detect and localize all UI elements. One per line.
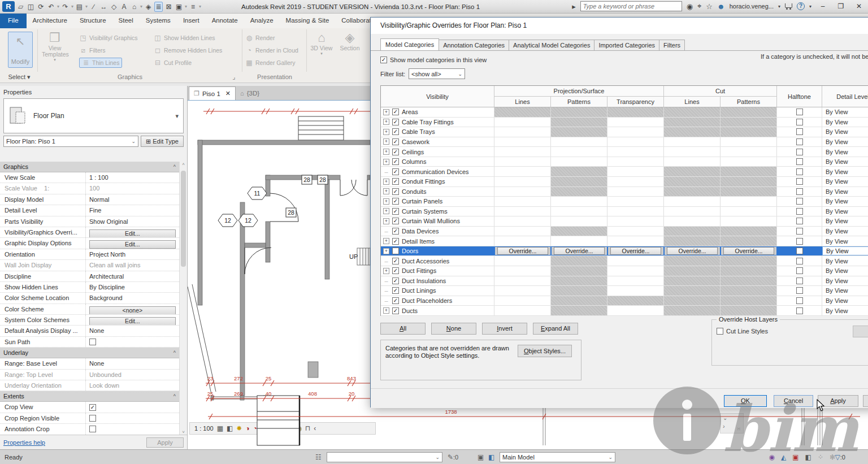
property-checkbox[interactable] bbox=[89, 426, 96, 432]
override-cell[interactable] bbox=[607, 197, 664, 206]
override-cell[interactable] bbox=[494, 147, 551, 157]
override-cell[interactable] bbox=[494, 197, 551, 206]
window-tag[interactable]: 11 bbox=[254, 190, 261, 197]
override-cell[interactable] bbox=[551, 187, 607, 197]
instance-selector[interactable]: Floor Plan: Piso 1 ⌄ bbox=[3, 136, 138, 147]
override-cell[interactable] bbox=[494, 157, 551, 167]
visibility-cell[interactable]: +✓Cable Trays bbox=[381, 127, 494, 137]
halftone-cell[interactable] bbox=[777, 177, 822, 187]
filter-list-dropdown[interactable]: <show all> ⌄ bbox=[409, 68, 465, 79]
override-cell[interactable]: Override... bbox=[551, 246, 607, 256]
override-cell[interactable] bbox=[607, 147, 664, 157]
undo-dropdown-icon[interactable]: ▾ bbox=[57, 4, 59, 9]
visibility-cell[interactable]: +✓Curtain Wall Mullions bbox=[381, 216, 494, 226]
dialog-tab-imported-categories[interactable]: Imported Categories bbox=[594, 40, 659, 50]
type-selector-arrow-icon[interactable]: ▾ bbox=[175, 112, 179, 120]
override-cell[interactable] bbox=[551, 296, 607, 306]
override-cell[interactable] bbox=[721, 286, 777, 296]
select-underlay-icon[interactable]: ◭ bbox=[781, 453, 786, 461]
ribbon-tab-annotate[interactable]: Annotate bbox=[206, 14, 244, 28]
properties-scrollbar[interactable]: ˄˅ bbox=[179, 162, 187, 435]
save-icon[interactable]: ◫ bbox=[27, 2, 35, 12]
ribbon-button-remove-hidden-lines[interactable]: ◻Remove Hidden Lines bbox=[154, 45, 222, 55]
edit-type-button[interactable]: ⊞ Edit Type bbox=[141, 136, 184, 147]
visibility-cell[interactable]: –✓Duct Insulations bbox=[381, 276, 494, 286]
override-cell[interactable] bbox=[494, 227, 551, 236]
override-cell[interactable] bbox=[607, 167, 664, 176]
cut-line-styles-checkbox[interactable] bbox=[717, 328, 723, 335]
override-cell[interactable] bbox=[494, 266, 551, 276]
halftone-cell[interactable] bbox=[777, 107, 822, 117]
detail-level-cell[interactable]: By View bbox=[822, 296, 868, 306]
door-tag[interactable]: 28 bbox=[288, 209, 294, 216]
restore-button[interactable]: ❐ bbox=[834, 2, 848, 10]
override-cell[interactable] bbox=[664, 276, 721, 286]
category-row-curtain-panels[interactable]: +✓Curtain PanelsBy View bbox=[381, 197, 868, 207]
override-cell[interactable] bbox=[721, 296, 777, 306]
category-checkbox[interactable]: ✓ bbox=[392, 138, 399, 145]
category-row-areas[interactable]: +✓AreasBy View bbox=[381, 107, 868, 118]
override-cell[interactable] bbox=[721, 227, 777, 236]
halftone-cell[interactable] bbox=[777, 276, 822, 286]
detail-level-cell[interactable]: By View bbox=[822, 167, 868, 176]
undo-icon[interactable]: ↶ bbox=[47, 2, 55, 12]
override-cell[interactable] bbox=[494, 127, 551, 137]
favorites-star-icon[interactable]: ☆ bbox=[706, 2, 713, 11]
halftone-checkbox[interactable] bbox=[796, 198, 803, 205]
visibility-cell[interactable]: +✓Curtain Panels bbox=[381, 197, 494, 206]
category-checkbox[interactable]: ✓ bbox=[392, 109, 399, 115]
minimize-button[interactable]: – bbox=[816, 2, 830, 10]
detail-level-cell[interactable]: By View bbox=[822, 286, 868, 296]
category-row-casework[interactable]: +✓CaseworkBy View bbox=[381, 137, 868, 148]
override-cell[interactable] bbox=[664, 197, 721, 206]
halftone-cell[interactable] bbox=[777, 256, 822, 266]
override-cell[interactable] bbox=[494, 137, 551, 147]
open-icon[interactable]: ▱ bbox=[16, 2, 25, 12]
override-cell[interactable] bbox=[721, 216, 777, 226]
override-cell[interactable]: Override... bbox=[721, 246, 777, 256]
select-panel-label[interactable]: Select ▾ bbox=[3, 73, 35, 81]
halftone-checkbox[interactable] bbox=[796, 297, 803, 304]
view-tab-piso-1[interactable]: ❐Piso 1✕ bbox=[189, 86, 236, 100]
visibility-cell[interactable]: –✓Data Devices bbox=[381, 227, 494, 236]
override-cell[interactable] bbox=[551, 177, 607, 187]
property-checkbox[interactable] bbox=[89, 415, 96, 422]
halftone-checkbox[interactable] bbox=[796, 248, 803, 254]
category-checkbox[interactable]: ✓ bbox=[392, 158, 399, 165]
category-checkbox[interactable]: ✓ bbox=[392, 258, 399, 264]
halftone-checkbox[interactable] bbox=[796, 218, 803, 224]
category-checkbox[interactable]: ✓ bbox=[392, 277, 399, 284]
detail-level-cell[interactable]: By View bbox=[822, 216, 868, 226]
halftone-cell[interactable] bbox=[777, 157, 822, 167]
search-arrow-icon[interactable]: ▸ bbox=[572, 2, 576, 11]
select-by-face-icon[interactable]: ◧ bbox=[805, 453, 811, 461]
ribbon-tab-massing-site[interactable]: Massing & Site bbox=[280, 14, 336, 28]
override-cell[interactable] bbox=[664, 137, 721, 147]
override-cell[interactable] bbox=[551, 276, 607, 286]
ribbon-tab-architecture[interactable]: Architecture bbox=[27, 14, 73, 28]
window-tag[interactable]: 12 bbox=[245, 217, 251, 224]
halftone-cell[interactable] bbox=[777, 167, 822, 176]
detail-level-cell[interactable]: By View bbox=[822, 207, 868, 216]
override-cell[interactable] bbox=[494, 207, 551, 216]
halftone-checkbox[interactable] bbox=[796, 307, 803, 314]
detail-level-cell[interactable]: By View bbox=[822, 197, 868, 206]
worksets-dropdown[interactable]: ⌄ bbox=[327, 452, 442, 462]
halftone-checkbox[interactable] bbox=[796, 238, 803, 245]
override-cell[interactable]: Override... bbox=[664, 246, 721, 256]
override-button[interactable]: Override... bbox=[723, 247, 774, 255]
property-edit-button[interactable]: <none> bbox=[89, 306, 176, 314]
detail-level-cell[interactable]: By View bbox=[822, 118, 868, 127]
category-checkbox[interactable]: ✓ bbox=[392, 238, 399, 245]
override-cell[interactable] bbox=[607, 236, 664, 246]
category-row-data-devices[interactable]: –✓Data DevicesBy View bbox=[381, 227, 868, 237]
halftone-checkbox[interactable] bbox=[796, 119, 803, 125]
visibility-cell[interactable]: +✓Areas bbox=[381, 107, 494, 117]
override-cell[interactable] bbox=[551, 137, 607, 147]
app-store-cart-icon[interactable] bbox=[785, 3, 792, 8]
thin-lines-icon[interactable]: ≣ bbox=[154, 2, 163, 12]
view-tab--3d-[interactable]: ⌂{3D} bbox=[236, 86, 264, 100]
override-cell[interactable] bbox=[551, 167, 607, 176]
override-cell[interactable] bbox=[551, 256, 607, 266]
halftone-cell[interactable] bbox=[777, 187, 822, 197]
